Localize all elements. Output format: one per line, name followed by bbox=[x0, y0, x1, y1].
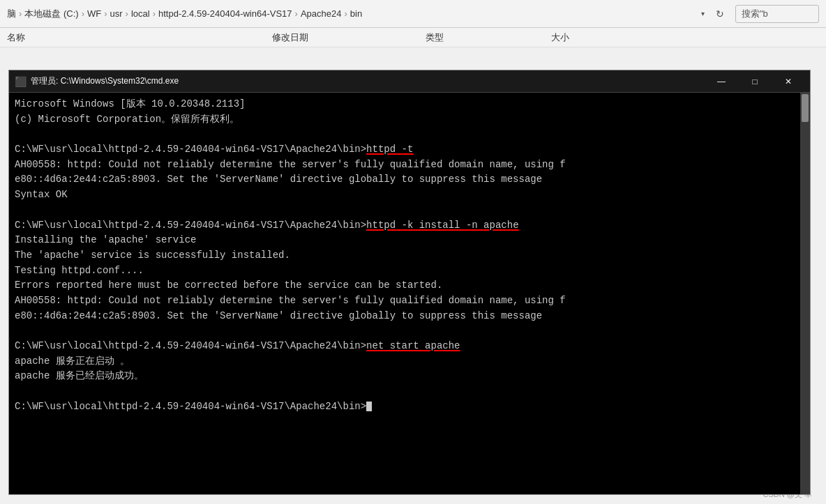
breadcrumb-apache24[interactable]: Apache24 bbox=[301, 8, 342, 19]
breadcrumb-bin[interactable]: bin bbox=[350, 8, 362, 19]
col-header-size[interactable]: 大小 bbox=[551, 31, 819, 44]
scrollbar-thumb[interactable] bbox=[802, 94, 809, 122]
refresh-button[interactable]: ↻ bbox=[710, 4, 730, 24]
col-header-date[interactable]: 修改日期 bbox=[272, 31, 426, 44]
cmd-title: 管理员: C:\Windows\System32\cmd.exe bbox=[31, 75, 705, 87]
breadcrumb-local[interactable]: local bbox=[131, 8, 150, 19]
col-header-type[interactable]: 类型 bbox=[426, 31, 551, 44]
breadcrumb-sep-0: › bbox=[19, 8, 22, 19]
maximize-button[interactable]: □ bbox=[739, 71, 771, 92]
breadcrumb-sep-4: › bbox=[153, 8, 156, 19]
breadcrumb-sep-5: › bbox=[295, 8, 298, 19]
breadcrumb-sep-2: › bbox=[104, 8, 107, 19]
cmd-body: Microsoft Windows [版本 10.0.20348.2113] (… bbox=[9, 93, 810, 494]
cmd-titlebar: ⬛ 管理员: C:\Windows\System32\cmd.exe — □ ✕ bbox=[9, 70, 810, 93]
cmd-icon: ⬛ bbox=[15, 76, 27, 87]
column-headers: 名称 修改日期 类型 大小 bbox=[0, 28, 826, 47]
breadcrumb-usr[interactable]: usr bbox=[110, 8, 123, 19]
breadcrumb-sep-3: › bbox=[126, 8, 128, 19]
breadcrumb-wf[interactable]: WF bbox=[87, 8, 101, 19]
breadcrumb[interactable]: 脑 › 本地磁盘 (C:) › WF › usr › local › httpd… bbox=[7, 8, 362, 20]
breadcrumb-c[interactable]: 本地磁盘 (C:) bbox=[24, 8, 78, 20]
explorer-breadcrumb-bar: 脑 › 本地磁盘 (C:) › WF › usr › local › httpd… bbox=[0, 0, 826, 28]
minimize-button[interactable]: — bbox=[705, 71, 737, 92]
close-button[interactable]: ✕ bbox=[772, 71, 804, 92]
cmd-window: ⬛ 管理员: C:\Windows\System32\cmd.exe — □ ✕… bbox=[8, 70, 811, 495]
search-box[interactable]: 搜索"b bbox=[735, 5, 819, 23]
breadcrumb-brain[interactable]: 脑 bbox=[7, 8, 16, 20]
breadcrumb-httpd[interactable]: httpd-2.4.59-240404-win64-VS17 bbox=[158, 8, 292, 19]
breadcrumb-sep-1: › bbox=[82, 8, 84, 19]
cmd-output: Microsoft Windows [版本 10.0.20348.2113] (… bbox=[15, 97, 795, 414]
explorer-actions: ▾ ↻ 搜索"b bbox=[698, 4, 819, 24]
cmd-content[interactable]: Microsoft Windows [版本 10.0.20348.2113] (… bbox=[9, 93, 800, 494]
breadcrumb-sep-6: › bbox=[344, 8, 347, 19]
col-header-name[interactable]: 名称 bbox=[7, 31, 272, 44]
breadcrumb-dropdown-icon[interactable]: ▾ bbox=[701, 10, 705, 17]
cmd-window-controls: — □ ✕ bbox=[705, 71, 804, 92]
cmd-scrollbar[interactable] bbox=[800, 93, 810, 494]
